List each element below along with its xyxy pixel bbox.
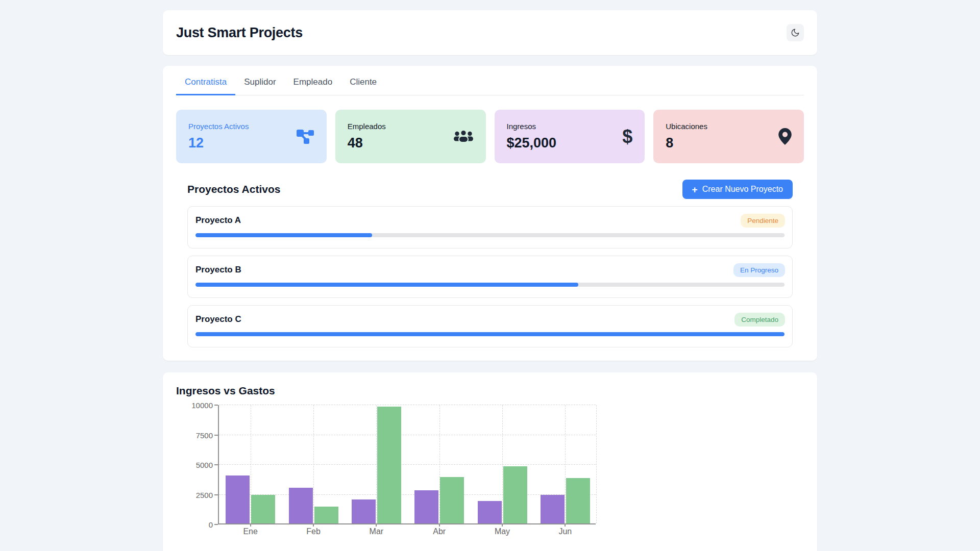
income-expense-chart: 025005000750010000 EneFebMarAbrMayJun — [188, 405, 804, 524]
v-gridline — [313, 405, 314, 523]
stat-value: 8 — [666, 135, 707, 151]
projects-section-title: Proyectos Activos — [187, 183, 280, 195]
moon-icon — [791, 28, 800, 37]
chart-card: Ingresos vs Gastos 025005000750010000 En… — [163, 372, 817, 551]
chart-plot-area: EneFebMarAbrMayJun — [218, 405, 596, 524]
x-axis-tick-mark — [502, 523, 503, 527]
tab-empleado[interactable]: Empleado — [285, 69, 341, 95]
bar-gastos-ene — [251, 495, 275, 523]
stat-card-proyectos-activos: Proyectos Activos12 — [176, 110, 327, 163]
create-project-label: Crear Nuevo Proyecto — [702, 185, 783, 194]
stat-card-empleados: Empleados48 — [335, 110, 486, 163]
x-axis-tick-label: Ene — [243, 527, 257, 536]
bar-gastos-mar — [377, 407, 401, 523]
status-badge: Completado — [734, 313, 785, 327]
tab-suplidor[interactable]: Suplidor — [235, 69, 284, 95]
progress-bar-fill — [195, 283, 578, 287]
h-gridline — [219, 494, 596, 495]
project-name: Proyecto B — [195, 265, 785, 275]
create-project-button[interactable]: + Crear Nuevo Proyecto — [682, 180, 793, 199]
stats-row: Proyectos Activos12Empleados48Ingresos$2… — [176, 110, 804, 163]
bar-gastos-abr — [440, 477, 464, 523]
y-axis-tick-label: 0 — [209, 520, 213, 529]
bar-gastos-may — [503, 466, 527, 523]
progress-bar-track — [195, 283, 785, 287]
x-axis-tick-mark — [439, 523, 440, 527]
x-axis-tick-label: Jun — [558, 527, 572, 536]
x-axis-tick-mark — [313, 523, 314, 527]
bar-ingresos-mar — [352, 499, 376, 523]
bar-ingresos-feb — [289, 488, 313, 523]
app-header: Just Smart Projects — [163, 10, 817, 55]
tab-contratista[interactable]: Contratista — [176, 69, 235, 95]
y-axis-tick-mark — [214, 494, 218, 495]
projects-list: Proyecto APendienteProyecto BEn Progreso… — [187, 206, 793, 347]
project-row: Proyecto APendiente — [187, 206, 793, 248]
dollar-icon: $ — [622, 128, 632, 146]
tab-bar: ContratistaSuplidorEmpleadoCliente — [176, 69, 804, 95]
x-axis-tick-label: Abr — [433, 527, 446, 536]
progress-bar-track — [195, 233, 785, 237]
x-axis-tick-label: May — [495, 527, 510, 536]
bar-gastos-jun — [566, 478, 590, 523]
stat-value: 48 — [348, 135, 386, 151]
x-axis-tick-label: Feb — [306, 527, 321, 536]
stat-card-ingresos: Ingresos$25,000$ — [495, 110, 645, 163]
projects-section-header: Proyectos Activos + Crear Nuevo Proyecto — [187, 180, 793, 199]
y-axis-tick-mark — [214, 524, 218, 525]
progress-bar-track — [195, 332, 785, 336]
project-name: Proyecto C — [195, 314, 785, 324]
h-gridline — [219, 464, 596, 465]
dashboard-page: Just Smart Projects ContratistaSuplidorE… — [0, 0, 980, 551]
y-axis-tick-label: 7500 — [196, 431, 213, 439]
x-axis-tick-mark — [565, 523, 566, 527]
project-row: Proyecto CCompletado — [187, 305, 793, 347]
project-row: Proyecto BEn Progreso — [187, 256, 793, 298]
progress-bar-fill — [195, 233, 372, 237]
h-gridline — [219, 405, 596, 405]
location-pin-icon — [778, 128, 792, 145]
x-axis-tick-label: Mar — [370, 527, 384, 536]
y-axis-tick-label: 5000 — [196, 461, 213, 469]
y-axis-tick-mark — [214, 405, 218, 406]
tab-cliente[interactable]: Cliente — [341, 69, 385, 95]
bar-gastos-feb — [314, 507, 338, 523]
status-badge: En Progreso — [733, 263, 785, 277]
bar-ingresos-may — [478, 501, 502, 523]
progress-bar-fill — [195, 332, 785, 336]
y-axis-tick-label: 10000 — [191, 401, 213, 410]
main-card: ContratistaSuplidorEmpleadoCliente Proye… — [163, 66, 817, 361]
x-axis-tick-mark — [376, 523, 377, 527]
x-axis-tick-mark — [250, 523, 251, 527]
y-axis-tick-mark — [214, 464, 218, 465]
project-name: Proyecto A — [195, 215, 785, 226]
users-icon — [453, 129, 474, 144]
stat-label: Ingresos — [507, 122, 557, 131]
y-axis-tick-label: 2500 — [196, 490, 213, 499]
v-gridline-right-edge — [596, 405, 597, 523]
y-axis-tick-mark — [214, 435, 218, 436]
diagram-project-icon — [296, 129, 314, 144]
stat-label: Empleados — [348, 122, 386, 131]
stat-value: 12 — [188, 135, 249, 151]
bar-ingresos-jun — [541, 495, 565, 523]
stat-card-ubicaciones: Ubicaciones8 — [653, 110, 804, 163]
stat-label: Ubicaciones — [666, 122, 707, 131]
plus-icon: + — [692, 185, 698, 194]
bar-ingresos-abr — [414, 490, 438, 523]
page-title: Just Smart Projects — [176, 25, 303, 41]
theme-toggle-button[interactable] — [787, 24, 804, 41]
status-badge: Pendiente — [741, 214, 785, 228]
bar-ingresos-ene — [226, 475, 250, 523]
chart-title: Ingresos vs Gastos — [176, 385, 804, 397]
h-gridline — [219, 435, 596, 435]
stat-value: $25,000 — [507, 135, 557, 151]
stat-label: Proyectos Activos — [188, 122, 249, 131]
chart-y-axis: 025005000750010000 — [188, 405, 218, 524]
